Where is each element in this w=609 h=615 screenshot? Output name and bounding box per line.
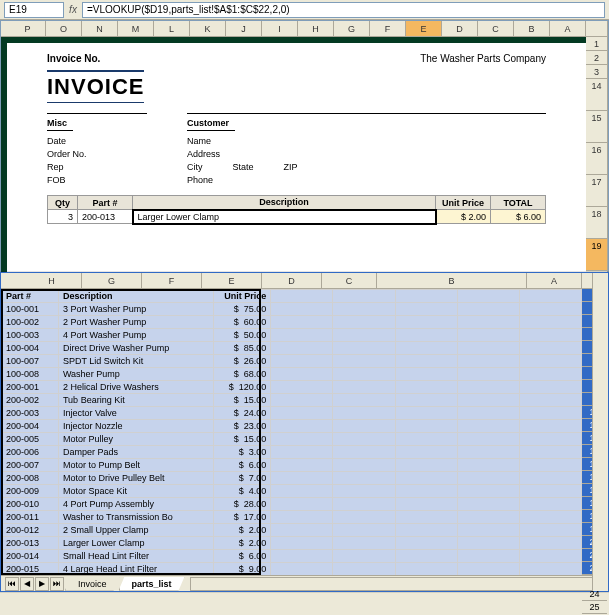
tab-invoice[interactable]: Invoice <box>65 577 120 591</box>
cell-part[interactable]: 100-003 <box>2 329 59 342</box>
select-all-corner[interactable] <box>586 21 608 36</box>
table-row[interactable]: 200-003Injector Valve$ 24.00 <box>2 407 582 420</box>
column-header[interactable]: C <box>478 21 514 36</box>
table-header-row[interactable]: Part #DescriptionUnit Price <box>2 290 582 303</box>
table-row[interactable]: 200-014Small Head Lint Filter$ 6.00 <box>2 550 582 563</box>
cell-desc[interactable]: 4 Port Pump Assembly <box>58 498 213 511</box>
cell-desc[interactable]: 2 Port Washer Pump <box>58 316 213 329</box>
worksheet-area[interactable]: Invoice No. The Washer Parts Company INV… <box>1 37 586 299</box>
table-row[interactable]: 200-013Larger Lower Clamp$ 2.00 <box>2 537 582 550</box>
cell-part[interactable]: 100-001 <box>2 303 59 316</box>
cell-part[interactable]: 100-007 <box>2 355 59 368</box>
cell-part[interactable]: 200-002 <box>2 394 59 407</box>
cell-desc[interactable]: Direct Drive Washer Pump <box>58 342 213 355</box>
table-row[interactable]: 100-008Washer Pump$ 68.00 <box>2 368 582 381</box>
horizontal-scrollbar[interactable] <box>190 577 604 591</box>
cell[interactable]: Part # <box>2 290 59 303</box>
cell-unit-price[interactable]: $ 2.00 <box>436 210 491 224</box>
cell-desc[interactable]: Washer Pump <box>58 368 213 381</box>
row-header[interactable]: 1 <box>586 37 607 51</box>
cell-desc[interactable]: 3 Port Washer Pump <box>58 303 213 316</box>
tab-nav-prev-icon[interactable]: ◀ <box>20 577 34 591</box>
cell-price[interactable]: $ 7.00 <box>214 472 271 485</box>
cell-price[interactable]: $ 75.00 <box>214 303 271 316</box>
cell-desc[interactable]: 2 Helical Drive Washers <box>58 381 213 394</box>
cell-part[interactable]: 200-010 <box>2 498 59 511</box>
cell-part[interactable]: 200-006 <box>2 446 59 459</box>
column-header[interactable]: L <box>154 21 190 36</box>
table-row[interactable]: 100-004Direct Drive Washer Pump$ 85.00 <box>2 342 582 355</box>
cell-desc[interactable]: Motor Pulley <box>58 433 213 446</box>
cell-price[interactable]: $ 6.00 <box>214 459 271 472</box>
row-header[interactable]: 17 <box>586 175 607 207</box>
column-header[interactable]: H <box>298 21 334 36</box>
cell[interactable]: Description <box>58 290 213 303</box>
column-header[interactable]: O <box>46 21 82 36</box>
table-row[interactable]: 200-0154 Large Head Lint Filter$ 9.00 <box>2 563 582 576</box>
table-row[interactable]: 200-006Damper Pads$ 3.00 <box>2 446 582 459</box>
cell-desc[interactable]: Washer to Transmission Bo <box>58 511 213 524</box>
column-header[interactable]: K <box>190 21 226 36</box>
row-header[interactable]: 3 <box>586 65 607 79</box>
cell-price[interactable]: $ 28.00 <box>214 498 271 511</box>
invoice-row[interactable]: 3 200-013 Larger Lower Clamp $ 2.00 $ 6.… <box>48 210 546 224</box>
cell-part[interactable]: 200-012 <box>2 524 59 537</box>
cell-part[interactable]: 200-013 <box>2 537 59 550</box>
column-header[interactable]: A <box>550 21 586 36</box>
cell-desc[interactable]: Motor to Drive Pulley Belt <box>58 472 213 485</box>
cell-part[interactable]: 100-008 <box>2 368 59 381</box>
cell-desc[interactable]: Tub Bearing Kit <box>58 394 213 407</box>
column-header[interactable]: N <box>82 21 118 36</box>
cell-desc[interactable]: 4 Port Washer Pump <box>58 329 213 342</box>
cell[interactable]: Unit Price <box>214 290 271 303</box>
row-header[interactable]: 19 <box>586 239 607 271</box>
cell-part[interactable]: 200-001 <box>2 381 59 394</box>
cell-part[interactable]: 200-007 <box>2 459 59 472</box>
column-header[interactable]: B <box>514 21 550 36</box>
cell-price[interactable]: $ 85.00 <box>214 342 271 355</box>
tab-nav-last-icon[interactable]: ⏭ <box>50 577 64 591</box>
row-header[interactable]: 25 <box>582 601 607 614</box>
column-header[interactable]: D <box>262 273 322 288</box>
column-header[interactable]: I <box>262 21 298 36</box>
cell-desc[interactable]: Injector Valve <box>58 407 213 420</box>
table-row[interactable]: 200-0012 Helical Drive Washers$ 120.00 <box>2 381 582 394</box>
table-row[interactable]: 200-0122 Small Upper Clamp$ 2.00 <box>2 524 582 537</box>
column-header[interactable]: P <box>10 21 46 36</box>
cell-price[interactable]: $ 15.00 <box>214 433 271 446</box>
vertical-scrollbar[interactable] <box>592 273 608 591</box>
row-header[interactable]: 14 <box>586 79 607 111</box>
column-header[interactable]: F <box>370 21 406 36</box>
cell-price[interactable]: $ 6.00 <box>214 550 271 563</box>
cell-price[interactable]: $ 24.00 <box>214 407 271 420</box>
cell-price[interactable]: $ 2.00 <box>214 524 271 537</box>
cell-price[interactable]: $ 120.00 <box>214 381 271 394</box>
formula-input[interactable] <box>82 2 605 18</box>
table-row[interactable]: 200-009Motor Space Kit$ 4.00 <box>2 485 582 498</box>
cell-price[interactable]: $ 60.00 <box>214 316 271 329</box>
column-header[interactable]: F <box>142 273 202 288</box>
row-header[interactable]: 16 <box>586 143 607 175</box>
cell-desc[interactable]: Motor Space Kit <box>58 485 213 498</box>
cell-desc[interactable]: Injector Nozzle <box>58 420 213 433</box>
cell-price[interactable]: $ 17.00 <box>214 511 271 524</box>
cell-desc[interactable]: 4 Large Head Lint Filter <box>58 563 213 576</box>
column-header[interactable]: E <box>202 273 262 288</box>
cell-price[interactable]: $ 23.00 <box>214 420 271 433</box>
cell-price[interactable]: $ 3.00 <box>214 446 271 459</box>
worksheet-grid[interactable]: Part #DescriptionUnit Price100-0013 Port… <box>1 289 582 575</box>
column-header[interactable]: C <box>322 273 377 288</box>
table-row[interactable]: 100-007SPDT Lid Switch Kit$ 26.00 <box>2 355 582 368</box>
row-header[interactable]: 18 <box>586 207 607 239</box>
table-row[interactable]: 200-0104 Port Pump Assembly$ 28.00 <box>2 498 582 511</box>
row-header[interactable]: 15 <box>586 111 607 143</box>
name-box[interactable] <box>4 2 64 18</box>
column-header[interactable]: D <box>442 21 478 36</box>
cell-price[interactable]: $ 68.00 <box>214 368 271 381</box>
column-header[interactable]: A <box>527 273 582 288</box>
cell-part[interactable]: 200-008 <box>2 472 59 485</box>
table-row[interactable]: 200-004Injector Nozzle$ 23.00 <box>2 420 582 433</box>
tab-parts-list[interactable]: parts_list <box>119 577 185 591</box>
cell-desc[interactable]: 2 Small Upper Clamp <box>58 524 213 537</box>
cell-qty[interactable]: 3 <box>48 210 78 224</box>
